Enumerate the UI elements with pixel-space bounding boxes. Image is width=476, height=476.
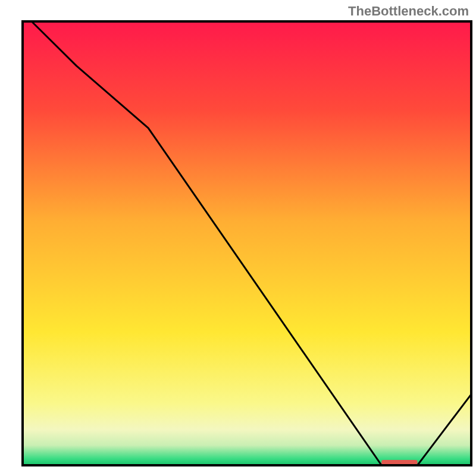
watermark-text: TheBottleneck.com	[348, 4, 469, 19]
bottleneck-chart	[0, 0, 476, 476]
chart-background-gradient	[23, 21, 471, 465]
chart-container: TheBottleneck.com	[0, 0, 476, 476]
